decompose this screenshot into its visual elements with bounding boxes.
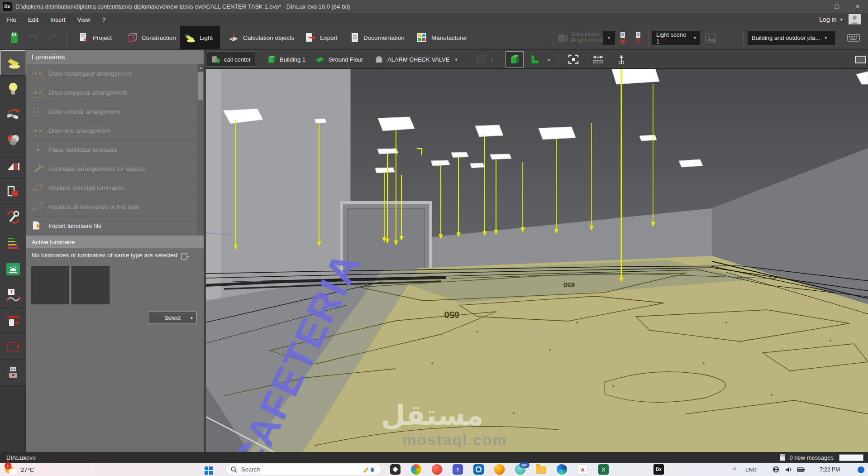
measure-width-button[interactable] xyxy=(589,51,607,67)
outlook-app-icon[interactable] xyxy=(473,464,484,475)
tray-expand-button[interactable]: ^ xyxy=(733,463,736,476)
mode-lamps[interactable] xyxy=(0,76,26,101)
close-button[interactable]: × xyxy=(847,0,868,13)
mode-robot[interactable] xyxy=(0,360,26,385)
menu-edit[interactable]: Edit xyxy=(28,16,38,23)
menu-file[interactable]: File xyxy=(6,16,16,23)
tab-project[interactable]: Project xyxy=(75,26,115,49)
tool-replace-selected-luminaires[interactable]: Replace selected luminaires xyxy=(26,178,204,197)
temperature: 27°C xyxy=(21,466,34,473)
chevron-down-icon[interactable]: ▾ xyxy=(455,57,458,63)
scrollbar-thumb[interactable] xyxy=(198,72,203,100)
volume-icon[interactable] xyxy=(785,463,792,476)
file-explorer-icon[interactable] xyxy=(536,466,546,474)
start-button[interactable] xyxy=(203,465,214,476)
notification-badge[interactable] xyxy=(858,466,864,473)
menu-help[interactable]: ? xyxy=(102,16,106,23)
search-input[interactable]: Search xyxy=(225,464,382,475)
mode-luminaires[interactable] xyxy=(0,50,26,76)
tool-draw-circular-arrangement[interactable]: Draw circular arrangement xyxy=(26,102,204,121)
mode-spaces[interactable] xyxy=(0,179,26,205)
mode-filter[interactable] xyxy=(0,153,26,179)
view-3d-button[interactable] xyxy=(506,51,524,67)
tab-export[interactable]: Export xyxy=(301,26,341,49)
tab-calculation-objects[interactable]: Calculation objects xyxy=(224,26,298,49)
3d-viewport[interactable]: 650 650 xyxy=(206,69,868,452)
maximize-button[interactable]: □ xyxy=(826,0,847,13)
tool-import-luminaire-file[interactable]: Import luminaire file xyxy=(26,216,204,236)
language-indicator[interactable]: ENG xyxy=(745,463,757,476)
teams-chat-icon[interactable]: 99+ xyxy=(515,464,525,475)
chevron-down-icon: ▾ xyxy=(840,17,843,23)
keyboard-icon[interactable] xyxy=(847,30,860,45)
minimize-button[interactable]: – xyxy=(806,0,826,13)
luminaire-preview-image[interactable] xyxy=(72,266,110,304)
clock[interactable]: 7:22 PM xyxy=(820,463,840,476)
mode-calculation-surface[interactable] xyxy=(0,334,26,360)
status-bar: DIALuxevo 0 new messages xyxy=(0,452,868,463)
building-icon xyxy=(267,55,276,63)
scroll-up-icon[interactable]: ▲ xyxy=(198,64,204,71)
avatar[interactable] xyxy=(849,14,861,26)
adobe-app-icon[interactable]: A xyxy=(577,464,588,475)
tool-automatic-arrangements[interactable]: Automatic arrangements for spaces xyxy=(26,159,204,178)
measure-height-button[interactable] xyxy=(612,51,630,67)
light-scene-settings-button[interactable] xyxy=(632,30,644,45)
light-scene-select[interactable]: Light scene 1 ▾ xyxy=(652,31,700,45)
zoom-fit-button[interactable] xyxy=(564,51,582,67)
panel-scrollbar[interactable]: ▲ xyxy=(198,64,204,236)
mode-extrusion[interactable] xyxy=(0,308,26,334)
edge-app-icon[interactable] xyxy=(557,464,567,475)
view-plan-button[interactable] xyxy=(525,51,544,67)
save-button[interactable] xyxy=(5,26,24,49)
breadcrumb-room[interactable]: ALARM CHECK VALVE ▾ xyxy=(371,52,462,67)
svg-text:650: 650 xyxy=(563,281,575,289)
undo-button[interactable] xyxy=(24,26,43,49)
breadcrumb-building[interactable]: Building 1 xyxy=(263,52,310,67)
planning-mode-select[interactable]: Building and outdoor pla... ▾ xyxy=(748,31,835,45)
copilot-app-icon[interactable] xyxy=(411,464,421,475)
dialux-app-icon[interactable]: Dx xyxy=(653,464,664,475)
view-next-button[interactable]: ▸ xyxy=(544,51,554,67)
tab-documentation[interactable]: Documentation xyxy=(347,26,408,49)
redo-button[interactable] xyxy=(43,26,62,49)
scene-selector-dropdown[interactable]: ▾ xyxy=(603,31,615,45)
breadcrumb-project[interactable]: call center xyxy=(207,52,255,67)
firefox-app-icon[interactable] xyxy=(494,464,505,475)
luminaire-preview-photometry[interactable] xyxy=(31,266,69,304)
photos-app-icon[interactable] xyxy=(390,464,401,475)
line-arrangement-icon xyxy=(32,126,44,136)
battery-icon[interactable] xyxy=(797,463,806,476)
weather-widget[interactable]: 1 27°C xyxy=(4,463,34,476)
mode-maintenance[interactable] xyxy=(0,205,26,231)
select-luminaire-button[interactable]: Select ▸ xyxy=(148,312,197,323)
mode-emergency-lighting[interactable] xyxy=(0,256,26,282)
teams-app-icon[interactable]: T xyxy=(453,464,463,475)
network-icon[interactable] xyxy=(773,463,779,476)
tool-draw-rectangular-arrangement[interactable]: Draw rectangular arrangement xyxy=(26,64,204,83)
menu-insert[interactable]: Insert xyxy=(50,16,66,23)
messages-status[interactable]: 0 new messages xyxy=(779,452,868,463)
tool-draw-polygonal-arrangement[interactable]: Draw polygonal arrangement xyxy=(26,83,204,102)
menu-view[interactable]: View xyxy=(77,16,91,23)
tool-place-individual-luminaire[interactable]: Place individual luminaire xyxy=(26,140,204,159)
dialux-evo-window: Dx D:\diploma distribution\diploma conte… xyxy=(0,0,868,476)
login-button[interactable]: Log in ▾ xyxy=(819,13,843,26)
mode-energy[interactable] xyxy=(0,231,26,256)
delete-light-scene-button[interactable] xyxy=(616,30,629,45)
mode-arrangement[interactable] xyxy=(0,101,26,127)
luminaire-list-icon[interactable] xyxy=(181,253,190,262)
app-icon: Dx xyxy=(3,2,12,11)
view-dropdown[interactable]: ▾ xyxy=(487,51,496,67)
tool-draw-line-arrangement[interactable]: Draw line arrangement xyxy=(26,121,204,140)
tab-construction[interactable]: Construction xyxy=(123,26,180,49)
mode-text-curve[interactable]: T xyxy=(0,282,26,308)
tool-replace-all-luminaires[interactable]: Replace all luminaires of this type xyxy=(26,197,204,216)
tab-manufacturer[interactable]: Manufacturer xyxy=(413,26,471,49)
red-app-icon[interactable] xyxy=(432,464,442,475)
mode-light-colors[interactable] xyxy=(0,127,26,153)
excel-app-icon[interactable]: X xyxy=(598,464,609,475)
breadcrumb-floor[interactable]: Ground Flour xyxy=(311,52,367,67)
tab-light[interactable]: Light xyxy=(180,26,220,49)
display-output-button[interactable] xyxy=(851,51,868,67)
